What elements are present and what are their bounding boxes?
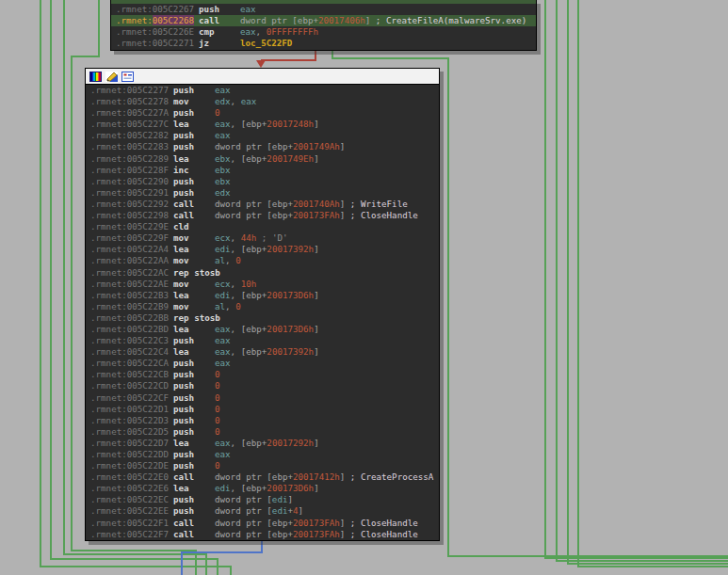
node-frame-icon[interactable] (121, 72, 134, 82)
node-color-palette-icon[interactable] (89, 72, 102, 82)
asm-line[interactable]: .rmnet:005C2277pusheax (86, 85, 439, 96)
asm-line[interactable]: .rmnet:005C2278movedx, eax (86, 96, 439, 107)
asm-line[interactable]: .rmnet:005C2283pushdword ptr [ebp+200174… (86, 141, 439, 152)
asm-line[interactable]: .rmnet:005C22AAmoval, 0 (86, 255, 439, 266)
asm-line[interactable]: .rmnet:005C22A4leaedi, [ebp+20017392h] (86, 244, 439, 255)
asm-line[interactable]: .rmnet:005C22C4leaeax, [ebp+20017392h] (86, 346, 439, 358)
asm-line[interactable]: .rmnet:005C22C3pusheax (86, 335, 439, 346)
asm-line[interactable]: .rmnet:005C22B9moval, 0 (86, 301, 439, 312)
control-flow-edge (50, 0, 52, 560)
asm-line[interactable]: .rmnet:005C22DDpusheax (86, 449, 439, 460)
asm-line[interactable]: .rmnet:005C22DEpush0 (86, 460, 439, 471)
asm-line[interactable]: .rmnet:005C226Ecmpeax, 0FFFFFFFFh (111, 26, 536, 38)
asm-line[interactable]: .rmnet:005C229Fmovecx, 44h ; 'D' (86, 232, 439, 244)
asm-line[interactable]: .rmnet:005C227Apush0 (86, 107, 439, 119)
asm-line[interactable]: .rmnet:005C2298calldword ptr [ebp+200173… (86, 210, 439, 221)
asm-line[interactable]: .rmnet:005C2291pushedx (86, 187, 439, 199)
asm-line[interactable]: .rmnet:005C22F1calldword ptr [ebp+200173… (86, 518, 439, 529)
asm-line[interactable]: .rmnet:005C22BDleaeax, [ebp+200173D6h] (86, 324, 439, 335)
control-flow-edge (567, 563, 728, 565)
asm-line[interactable]: .rmnet:005C22ECpushdword ptr [edi] (86, 494, 439, 505)
control-flow-edge (261, 59, 316, 61)
control-flow-edge (556, 0, 558, 562)
asm-line[interactable]: .rmnet:005C2289leaebx, [ebp+2001749Eh] (86, 153, 439, 165)
asm-line[interactable]: .rmnet:005C2267pusheax (111, 4, 536, 15)
control-flow-edge (205, 553, 207, 575)
asm-line[interactable]: .rmnet:005C22E0calldword ptr [ebp+200174… (86, 471, 439, 483)
asm-line[interactable]: .rmnet:005C2271jzloc_5C22FD (111, 38, 536, 49)
control-flow-edge (63, 0, 65, 555)
asm-line[interactable]: .rmnet:005C22D3push0 (86, 415, 439, 426)
asm-rows: .rmnet:005C2277pusheax.rmnet:005C2278mov… (86, 85, 439, 540)
asm-line[interactable]: .rmnet:005C22CFpush0 (86, 392, 439, 404)
asm-line[interactable]: .rmnet:005C22F7calldword ptr [ebp+200173… (86, 529, 439, 540)
asm-line[interactable]: .rmnet:005C22D1push0 (86, 404, 439, 415)
control-flow-edge (544, 0, 546, 559)
control-flow-edge (63, 553, 207, 555)
control-flow-edge (40, 566, 232, 567)
control-flow-edge (567, 0, 569, 565)
edge-arrowhead (256, 60, 266, 68)
graph-canvas[interactable]: .rmnet:005C2267pusheax.rmnet:005C2268cal… (0, 0, 728, 575)
control-flow-edge (556, 560, 728, 562)
asm-line[interactable]: .rmnet:005C229Ecld (86, 221, 439, 232)
control-flow-edge (71, 56, 73, 551)
asm-line[interactable]: .rmnet:005C2292calldword ptr [ebp+200174… (86, 199, 439, 210)
asm-line[interactable]: .rmnet:005C22CDpush0 (86, 380, 439, 391)
asm-line[interactable]: .rmnet:005C22D7leaeax, [ebp+20017292h] (86, 438, 439, 449)
basic-block-005C2277[interactable]: .rmnet:005C2277pusheax.rmnet:005C2278mov… (85, 68, 440, 541)
asm-line[interactable]: .rmnet:005C228Fincebx (86, 165, 439, 176)
control-flow-edge (71, 56, 100, 57)
asm-line[interactable]: .rmnet:005C22D5push0 (86, 426, 439, 438)
control-flow-edge (181, 551, 263, 553)
asm-line[interactable]: .rmnet:005C22EEpushdword ptr [edi+4] (86, 505, 439, 517)
asm-line[interactable]: .rmnet:005C2282pusheax (86, 130, 439, 141)
basic-block-005C2267[interactable]: .rmnet:005C2267pusheax.rmnet:005C2268cal… (110, 0, 537, 51)
control-flow-edge (544, 557, 728, 559)
asm-line[interactable]: .rmnet:005C2290pushebx (86, 176, 439, 187)
control-flow-edge (50, 558, 218, 560)
asm-line[interactable]: .rmnet:005C22CApusheax (86, 358, 439, 369)
control-flow-edge (577, 0, 579, 567)
node-titlebar (86, 69, 439, 85)
asm-line[interactable]: .rmnet:005C22ACrep stosb (86, 267, 439, 279)
control-flow-edge (577, 566, 728, 567)
asm-line[interactable]: .rmnet:005C2268calldword ptr [ebp+200174… (111, 15, 536, 26)
control-flow-edge (71, 550, 197, 551)
node-edit-color-icon[interactable] (105, 72, 118, 82)
asm-rows: .rmnet:005C2267pusheax.rmnet:005C2268cal… (111, 0, 536, 49)
asm-line[interactable]: .rmnet:005C22E6leaedi, [ebp+200173D6h] (86, 483, 439, 494)
control-flow-edge (98, 0, 100, 57)
asm-line[interactable]: .rmnet:005C22CBpush0 (86, 369, 439, 380)
control-flow-edge (447, 57, 449, 557)
control-flow-edge (40, 0, 41, 567)
asm-line[interactable]: .rmnet:005C22AEmovecx, 10h (86, 279, 439, 290)
asm-line[interactable]: .rmnet:005C22B3leaedi, [ebp+200173D6h] (86, 290, 439, 301)
control-flow-edge (332, 57, 449, 59)
asm-line[interactable]: .rmnet:005C22BBrep stosb (86, 312, 439, 324)
control-flow-edge (181, 551, 183, 575)
asm-line[interactable]: .rmnet:005C227Cleaeax, [ebp+20017248h] (86, 119, 439, 130)
